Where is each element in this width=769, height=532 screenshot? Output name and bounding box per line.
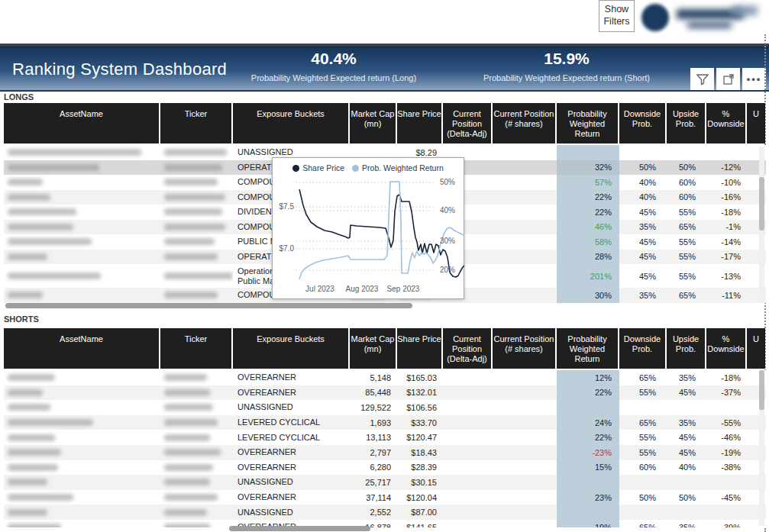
cell-share-price: $132.01 — [397, 385, 443, 401]
cell-assetname — [4, 205, 160, 220]
table-row[interactable]: UNASSIGNED129,522$106.56 — [4, 400, 766, 415]
column-header[interactable]: Upside Prob. — [667, 328, 706, 369]
kpi-long: 40.4% Probability Weighted Expected retu… — [212, 49, 456, 82]
shorts-section-label: SHORTS — [4, 314, 39, 324]
table-row[interactable]: UNASSIGNED25,717$30.15 — [4, 475, 766, 490]
cell-market-cap: 85,448 — [350, 385, 397, 401]
visual-toolbar: ••• — [690, 68, 766, 90]
redacted-text-blur — [8, 194, 50, 201]
column-header[interactable]: Current Position (# shares) — [493, 328, 557, 369]
column-header[interactable]: U — [747, 328, 765, 369]
cell-ticker — [160, 264, 233, 288]
redacted-text-blur — [164, 479, 210, 485]
top-app-bar: Show Filters — [0, 0, 769, 44]
cell-prob-weighted-return: 22% — [557, 205, 619, 220]
cell-downside-prob: 40% — [619, 190, 667, 205]
redacted-text-blur — [164, 389, 210, 396]
x-axis-label: Aug 2023 — [339, 285, 385, 293]
column-header[interactable]: Current Position (# shares) — [493, 103, 557, 143]
cell-prob-weighted-return: 57% — [557, 175, 619, 190]
column-header[interactable]: AssetName — [4, 328, 160, 369]
cell-market-cap: 6,280 — [350, 460, 397, 476]
column-header[interactable]: Exposure Buckets — [233, 328, 350, 369]
column-header[interactable]: Share Price — [397, 328, 443, 369]
table-row[interactable]: OVEREARNER5,148$165.0312%65%35%-18% — [4, 370, 766, 385]
column-header[interactable]: Ticker — [160, 328, 233, 369]
cell-upside-prob: 65% — [667, 288, 706, 303]
cell-current-position-shares — [493, 415, 557, 430]
cell-current-position-shares — [493, 220, 557, 235]
column-header[interactable]: Probability Weighted Return — [557, 328, 619, 369]
table-row[interactable]: OVEREARNER16,878$141.6519%65%35%-39% — [4, 520, 766, 527]
cell-current-position-shares — [493, 145, 557, 160]
kpi-short-label: Probability Weighted Expected return (Sh… — [444, 73, 689, 82]
longs-horizontal-scrollbar[interactable] — [5, 303, 412, 308]
kpi-short-value: 15.9% — [444, 49, 689, 69]
redacted-text-blur — [8, 449, 61, 456]
cell-ticker — [160, 505, 233, 520]
cell-pct-downside — [706, 475, 747, 490]
cell-pct-downside: -18% — [706, 205, 747, 220]
column-header[interactable]: AssetName — [4, 103, 160, 143]
cell-assetname — [4, 460, 160, 476]
cell-pct-downside: -37% — [706, 385, 747, 401]
cell-pct-downside: -14% — [706, 234, 747, 250]
cell-assetname — [4, 250, 160, 265]
more-options-button[interactable]: ••• — [742, 68, 766, 90]
cell-market-cap: 13,113 — [350, 430, 397, 445]
column-header[interactable]: Current Position (Delta-Adj) — [443, 328, 493, 369]
show-filters-button[interactable]: Show Filters — [599, 0, 635, 32]
longs-vertical-scrollbar[interactable] — [759, 177, 764, 231]
column-header[interactable]: Downside Prob. — [619, 328, 667, 369]
filter-button[interactable] — [690, 68, 714, 90]
shorts-horizontal-scrollbar[interactable] — [229, 526, 370, 531]
column-header[interactable]: Share Price — [397, 103, 443, 143]
cell-ticker — [160, 145, 233, 160]
column-header[interactable]: % Downside — [706, 328, 747, 369]
funnel-icon — [696, 73, 709, 86]
cell-current-position-delta — [443, 370, 493, 385]
column-header[interactable]: Market Cap (mn) — [350, 328, 397, 369]
column-header[interactable]: Market Cap (mn) — [350, 103, 397, 143]
cell-pct-downside: -10% — [706, 175, 747, 190]
cell-assetname — [4, 415, 160, 430]
column-header[interactable]: Exposure Buckets — [233, 103, 350, 143]
cell-downside-prob — [619, 145, 667, 160]
redacted-text-blur — [164, 179, 218, 185]
table-row[interactable]: OVEREARNER2,797$18.43-23%55%45%-19% — [4, 445, 766, 460]
cell-downside-prob: 60% — [619, 460, 667, 476]
cell-current-position-shares — [493, 190, 557, 205]
shorts-vertical-scrollbar[interactable] — [759, 370, 764, 410]
table-row[interactable]: OVEREARNER85,448$132.0122%55%45%-37% — [4, 385, 766, 401]
cell-current-position-shares — [493, 490, 557, 505]
cell-share-price: $33.70 — [397, 415, 443, 430]
cell-downside-prob — [619, 400, 667, 415]
cell-pct-downside: -17% — [706, 250, 747, 265]
column-header[interactable]: Upside Prob. — [667, 103, 706, 143]
cell-exposure-bucket: OVEREARNER — [233, 370, 350, 385]
column-header[interactable]: Ticker — [160, 103, 233, 143]
table-row[interactable]: LEVERED CYCLICAL1,693$33.7024%65%35%-55% — [4, 415, 766, 430]
column-header[interactable]: U — [747, 103, 765, 143]
focus-mode-button[interactable] — [716, 68, 740, 90]
cell-exposure-bucket: OVEREARNER — [233, 460, 350, 476]
table-row[interactable]: LEVERED CYCLICAL13,113$120.4722%55%45%-4… — [4, 430, 766, 445]
cell-ticker — [160, 430, 233, 445]
cell-upside-prob: 55% — [667, 250, 706, 265]
table-row[interactable]: UNASSIGNED2,552$87.00 — [4, 505, 766, 520]
column-header[interactable]: % Downside — [706, 103, 747, 143]
cell-prob-weighted-return: 22% — [557, 385, 619, 401]
cell-downside-prob: 45% — [619, 264, 667, 288]
table-row[interactable]: OVEREARNER37,114$120.0423%50%50%-45% — [4, 490, 766, 505]
cell-prob-weighted-return — [557, 475, 619, 490]
column-header[interactable]: Probability Weighted Return — [557, 103, 619, 143]
table-row[interactable]: OVEREARNER6,280$28.3915%60%40%-38% — [4, 460, 766, 476]
redacted-text-blur — [164, 253, 218, 260]
cell-assetname — [4, 505, 160, 520]
column-header[interactable]: Current Position (Delta-Adj) — [443, 103, 493, 143]
cell-ticker — [160, 190, 233, 205]
cell-pct-downside: -11% — [706, 288, 747, 303]
cell-ticker — [160, 250, 233, 265]
y-axis-label: $7.5 — [277, 202, 294, 211]
column-header[interactable]: Downside Prob. — [619, 103, 667, 143]
